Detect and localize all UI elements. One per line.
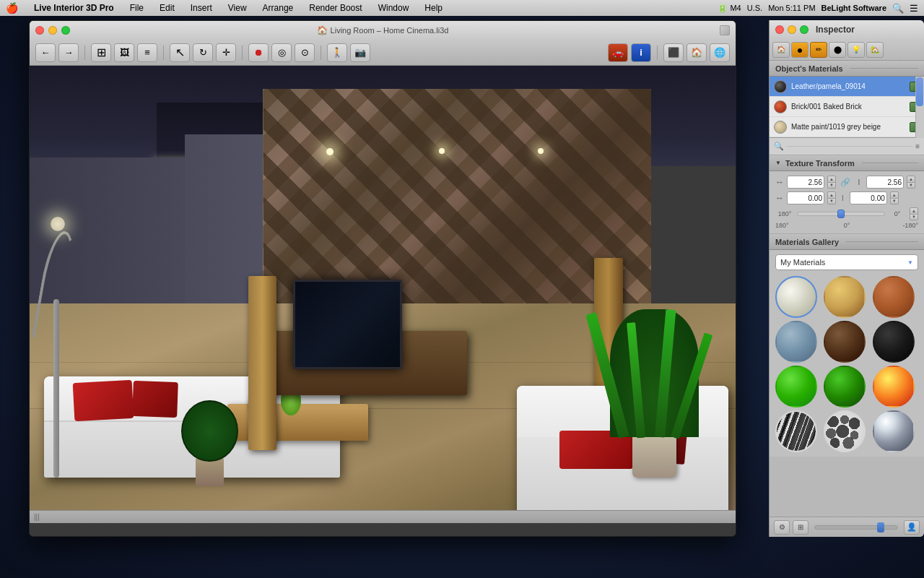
back-button[interactable]: ← [35, 43, 56, 62]
tab-scene[interactable]: 🏡 [866, 42, 884, 58]
scrollbar-thumb[interactable] [916, 77, 923, 106]
inspector-bottom: ⚙ ⊞ 👤 [770, 517, 924, 537]
gallery-item-green2[interactable] [824, 366, 866, 407]
swatch-0 [774, 80, 787, 93]
offset-y-stepper[interactable]: ▲ ▼ [890, 191, 899, 204]
materials-scrollbar[interactable] [915, 77, 924, 138]
gallery-item-spots[interactable] [824, 410, 866, 452]
inspector-max[interactable] [800, 25, 808, 34]
screenshot-button[interactable]: 📷 [350, 43, 370, 62]
list-button[interactable]: ≡ [137, 43, 157, 62]
floorplan-button[interactable]: ⊞ [91, 43, 111, 62]
render-button[interactable]: 🖼 [114, 43, 134, 62]
gallery-item-zebra[interactable] [775, 410, 817, 452]
offset-y-input[interactable] [850, 191, 887, 204]
floor-lamp [37, 203, 79, 478]
material-item-2[interactable]: Matte paint/1019 grey beige [770, 117, 924, 137]
camera-button[interactable]: ⊙ [295, 43, 315, 62]
scale-x-input[interactable] [787, 176, 824, 189]
maximize-button[interactable] [61, 26, 70, 35]
menubar-file[interactable]: File [127, 3, 147, 13]
minimize-button[interactable] [48, 26, 57, 35]
eye-icon: ◎ [278, 47, 286, 58]
rotation-down[interactable]: ▼ [910, 215, 918, 221]
settings-btn[interactable]: ⚙ [774, 520, 790, 535]
menubar-window[interactable]: Window [375, 3, 412, 13]
gallery-item-water[interactable] [775, 321, 817, 363]
scale-x-stepper[interactable]: ▲ ▼ [827, 176, 836, 189]
menubar-edit[interactable]: Edit [157, 3, 178, 13]
car-button[interactable]: 🚗 [608, 43, 628, 62]
offset-x-up[interactable]: ▲ [827, 191, 836, 199]
gallery-dropdown[interactable]: My Materials ▼ [775, 254, 918, 270]
materials-menu-btn[interactable]: ≡ [915, 142, 920, 150]
materials-list-wrapper: Leather/pamela_09014 Brick/001 Baked Bri… [770, 77, 924, 138]
menu-icon[interactable]: ☰ [910, 3, 918, 14]
gallery-item-fire[interactable] [873, 366, 915, 407]
menubar-help[interactable]: Help [422, 3, 445, 13]
rotate-button[interactable]: ↻ [193, 43, 213, 62]
scale-x-down[interactable]: ▼ [827, 183, 836, 189]
rotation-track[interactable] [797, 212, 885, 216]
material-item-1[interactable]: Brick/001 Baked Brick [770, 97, 924, 117]
menubar-app[interactable]: Live Interior 3D Pro [31, 3, 117, 13]
link-icon[interactable]: 🔗 [839, 178, 852, 187]
scale-y-stepper[interactable]: ▲ ▼ [907, 176, 915, 189]
resize-button[interactable] [720, 25, 730, 35]
gallery-item-green[interactable] [775, 366, 817, 407]
scale-y-input[interactable] [866, 176, 904, 189]
apple-menu[interactable]: 🍎 [6, 2, 18, 14]
menubar-insert[interactable]: Insert [188, 3, 215, 13]
cursor-button[interactable]: ↖ [170, 43, 190, 62]
material-item-0[interactable]: Leather/pamela_09014 [770, 77, 924, 97]
offset-x-stepper[interactable]: ▲ ▼ [827, 191, 836, 204]
offset-y-down[interactable]: ▼ [890, 199, 899, 205]
tab-home[interactable]: 🏠 [772, 42, 790, 58]
menubar-renderboost[interactable]: Render Boost [306, 3, 365, 13]
tab-object[interactable]: ● [791, 42, 808, 58]
tab-texture[interactable]: ⬤ [829, 42, 846, 58]
gallery-item-wood-light[interactable] [824, 276, 866, 318]
forward-button[interactable]: → [58, 43, 79, 62]
close-button[interactable] [35, 26, 44, 35]
slider-thumb[interactable] [837, 210, 845, 218]
search-icon[interactable]: 🔍 [892, 3, 904, 14]
info-button[interactable]: i [631, 43, 651, 62]
inspector-close[interactable] [775, 25, 784, 34]
rotation-up[interactable]: ▲ [910, 207, 918, 215]
gallery-item-dark-wood[interactable] [824, 321, 866, 363]
eye-button[interactable]: ◎ [271, 43, 292, 62]
record-button[interactable]: ⏺ [248, 43, 269, 62]
scale-y-down[interactable]: ▼ [907, 183, 915, 189]
inspector-min[interactable] [788, 25, 796, 34]
photo-btn[interactable]: 👤 [904, 520, 920, 535]
section-divider [850, 68, 918, 69]
gallery-item-dark[interactable] [873, 321, 915, 363]
walk-button[interactable]: 🚶 [327, 43, 347, 62]
viewport[interactable]: ||| [30, 66, 736, 523]
scale-x-up[interactable]: ▲ [827, 176, 836, 183]
gallery-item-chrome[interactable] [873, 410, 915, 452]
plant-right [623, 317, 687, 478]
degree-zero: 0° [798, 222, 895, 229]
view-globe-button[interactable]: 🌐 [710, 43, 730, 62]
plant-small [192, 404, 227, 486]
menubar-arrange[interactable]: Arrange [260, 3, 297, 13]
search-icon-sm: 🔍 [774, 142, 784, 151]
gallery-item-white-fabric[interactable] [775, 276, 817, 318]
grid-btn[interactable]: ⊞ [793, 520, 808, 535]
offset-x-down[interactable]: ▼ [827, 199, 836, 205]
size-slider[interactable] [814, 525, 898, 530]
menubar-view[interactable]: View [225, 3, 250, 13]
size-slider-thumb[interactable] [877, 522, 884, 532]
scale-y-up[interactable]: ▲ [907, 176, 915, 183]
tab-material[interactable]: ✏ [810, 42, 827, 58]
tab-light[interactable]: 💡 [847, 42, 865, 58]
view-top-button[interactable]: ⬛ [663, 43, 684, 62]
move-button[interactable]: ✛ [216, 43, 236, 62]
rotation-stepper[interactable]: ▲ ▼ [910, 207, 918, 220]
gallery-item-brick[interactable] [873, 276, 915, 318]
offset-y-up[interactable]: ▲ [890, 191, 899, 199]
offset-x-input[interactable] [787, 191, 824, 204]
view-house-button[interactable]: 🏠 [687, 43, 707, 62]
